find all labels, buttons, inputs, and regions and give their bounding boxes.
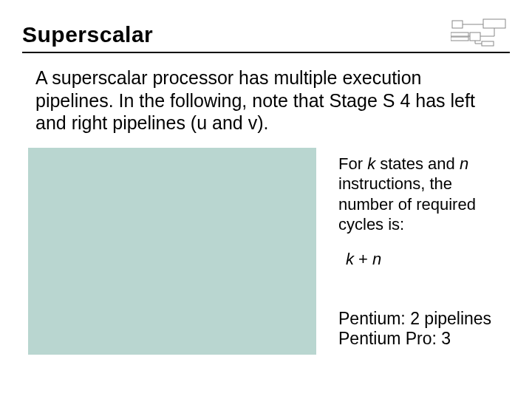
content-row: For k states and n instructions, the num… <box>22 148 510 355</box>
formula-n: n <box>372 250 381 268</box>
slide-title: Superscalar <box>22 22 153 47</box>
formula-k: k <box>346 250 354 268</box>
pentium-info: Pentium: 2 pipelines Pentium Pro: 3 <box>338 309 510 349</box>
pentium-line: Pentium Pro: 3 <box>338 329 510 349</box>
svg-rect-3 <box>451 33 468 36</box>
divider <box>22 52 510 53</box>
intro-paragraph: A superscalar processor has multiple exe… <box>22 66 510 134</box>
svg-rect-4 <box>451 37 468 41</box>
pentium-line: Pentium: 2 pipelines <box>338 309 510 330</box>
pipeline-diagram-placeholder <box>28 148 316 355</box>
variable-k: k <box>367 154 375 173</box>
slide: Superscalar A superscalar processor has … <box>0 0 532 399</box>
desc-text: states and <box>375 154 460 173</box>
cycles-description: For k states and n instructions, the num… <box>338 154 510 235</box>
right-column: For k states and n instructions, the num… <box>316 148 510 355</box>
architecture-diagram-icon <box>451 18 510 47</box>
header-row: Superscalar <box>22 18 510 47</box>
desc-text: For <box>338 154 367 173</box>
variable-n: n <box>460 154 468 173</box>
svg-rect-1 <box>483 19 505 28</box>
desc-text: instructions, the number of required cyc… <box>338 174 476 233</box>
cycles-formula: k + n <box>338 250 510 269</box>
svg-rect-5 <box>470 33 480 41</box>
svg-rect-0 <box>452 21 463 28</box>
svg-rect-9 <box>482 41 494 46</box>
formula-plus: + <box>354 250 372 268</box>
